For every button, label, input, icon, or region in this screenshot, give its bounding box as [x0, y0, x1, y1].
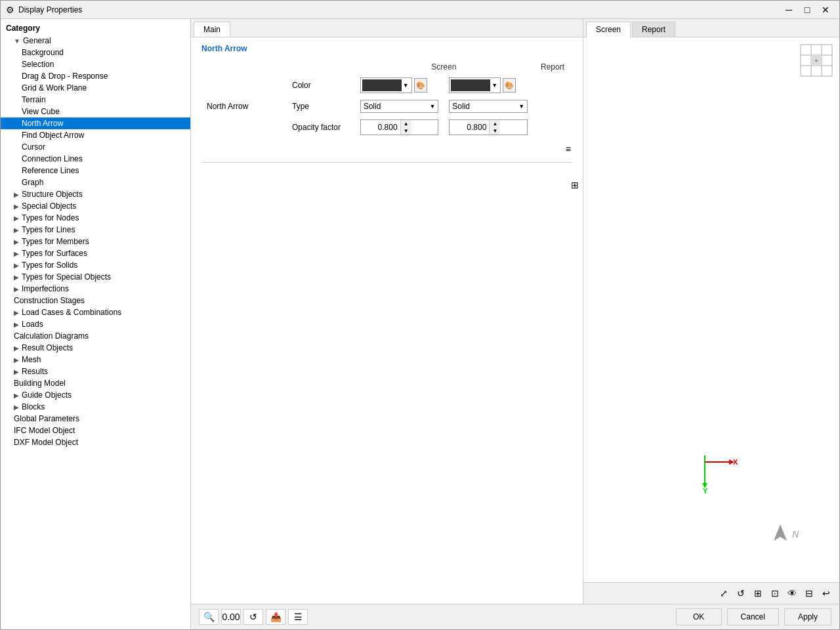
report-opacity-cell: ▲ ▼: [444, 116, 533, 138]
sidebar-item-selection[interactable]: Selection: [1, 58, 190, 70]
sidebar-item-types-nodes[interactable]: ▶ Types for Nodes: [1, 212, 190, 224]
bottom-left-icons: 🔍 0.00 ↺ 📤 ☰: [199, 609, 308, 625]
main-inner: North Arrow Screen Report: [191, 37, 583, 176]
sidebar-item-types-surfaces[interactable]: ▶ Types for Surfaces: [1, 247, 190, 259]
list-button[interactable]: ☰: [288, 609, 308, 625]
sidebar-item-find-object[interactable]: Find Object Arrow: [1, 129, 190, 141]
svg-marker-13: [774, 524, 787, 541]
report-opacity-up-button[interactable]: ▲: [490, 120, 500, 127]
expand-arrow-types-members: ▶: [14, 238, 19, 245]
sidebar-item-types-lines[interactable]: ▶ Types for Lines: [1, 224, 190, 236]
sidebar-item-connection-lines[interactable]: Connection Lines: [1, 153, 190, 165]
report-color-swatch-container[interactable]: ▼: [449, 77, 501, 93]
tool-btn-4[interactable]: ⊡: [767, 585, 783, 601]
zero-button[interactable]: 0.00: [221, 609, 241, 625]
expand-arrow-general: ▼: [14, 37, 20, 45]
export-button[interactable]: 📤: [266, 609, 285, 625]
sidebar-item-special-objects[interactable]: ▶ Special Objects: [1, 200, 190, 212]
screen-header: Screen: [355, 60, 533, 74]
report-color-dropdown-arrow: ▼: [490, 82, 499, 89]
sidebar-item-terrain[interactable]: Terrain: [1, 94, 190, 106]
search-button[interactable]: 🔍: [199, 609, 219, 625]
minimize-button[interactable]: ─: [780, 3, 797, 16]
sidebar-item-drag-drop[interactable]: Drag & Drop - Response: [1, 70, 190, 82]
expand-arrow-types-special: ▶: [14, 274, 19, 281]
sidebar-item-background[interactable]: Background: [1, 47, 190, 58]
screen-type-dropdown[interactable]: Solid ▼: [360, 100, 439, 113]
report-color-swatch: [451, 79, 490, 91]
grid-svg: +: [800, 44, 833, 77]
sidebar-item-calculation-diagrams[interactable]: Calculation Diagrams: [1, 330, 190, 342]
tool-btn-6[interactable]: ⊟: [801, 585, 817, 601]
report-opacity-input[interactable]: [450, 121, 489, 133]
sidebar-item-mesh[interactable]: ▶ Mesh: [1, 354, 190, 366]
sidebar-item-structure-objects[interactable]: ▶ Structure Objects: [1, 188, 190, 200]
close-button[interactable]: ✕: [817, 3, 834, 16]
tool-btn-7[interactable]: ↩: [818, 585, 834, 601]
screen-palette-button[interactable]: 🎨: [414, 78, 427, 93]
report-type-arrow: ▼: [518, 103, 524, 110]
report-opacity-spinner-buttons: ▲ ▼: [489, 120, 500, 135]
expand-arrow-guide-objects: ▶: [14, 392, 19, 399]
sidebar-item-dxf-model[interactable]: DXF Model Object: [1, 436, 190, 448]
axis-svg: X Y: [685, 442, 738, 495]
tab-screen[interactable]: Screen: [586, 22, 631, 37]
expand-arrow-special: ▶: [14, 203, 19, 210]
tool-btn-5[interactable]: 👁: [784, 585, 800, 601]
sidebar-item-cursor[interactable]: Cursor: [1, 141, 190, 153]
sidebar-item-imperfections[interactable]: ▶ Imperfections: [1, 283, 190, 295]
sidebar-item-ifc-model[interactable]: IFC Model Object: [1, 425, 190, 436]
sidebar-item-general[interactable]: ▼ General: [1, 35, 190, 47]
refresh-button[interactable]: ↺: [243, 609, 263, 625]
screen-opacity-down-button[interactable]: ▼: [401, 127, 411, 135]
screen-opacity-spinner[interactable]: ▲ ▼: [360, 119, 439, 135]
copy-to-report-button[interactable]: ≡: [564, 142, 572, 156]
sidebar-item-types-special[interactable]: ▶ Types for Special Objects: [1, 271, 190, 283]
screen-opacity-input[interactable]: [361, 121, 400, 133]
sidebar-item-loads[interactable]: ▶ Loads: [1, 318, 190, 330]
sidebar-item-grid-workplane[interactable]: Grid & Work Plane: [1, 82, 190, 94]
screen-color-swatch: [362, 79, 402, 91]
sidebar-item-building-model[interactable]: Building Model: [1, 377, 190, 389]
axis-indicator: X Y: [685, 442, 738, 497]
sidebar-item-results[interactable]: ▶ Results: [1, 366, 190, 377]
tab-report[interactable]: Report: [632, 22, 675, 37]
sidebar-item-guide-objects[interactable]: ▶ Guide Objects: [1, 389, 190, 401]
sidebar-item-reference-lines[interactable]: Reference Lines: [1, 165, 190, 177]
section-title: North Arrow: [201, 44, 572, 53]
title-bar-left: ⚙ Display Properties: [6, 5, 82, 15]
tool-btn-2[interactable]: ↺: [733, 585, 749, 601]
divider: [201, 162, 572, 163]
panel-copy-button[interactable]: ⊞: [570, 178, 580, 192]
sidebar-item-types-solids[interactable]: ▶ Types for Solids: [1, 259, 190, 271]
screen-type-cell: Solid ▼: [355, 96, 444, 116]
category-header: Category: [1, 22, 190, 35]
sidebar-item-types-members[interactable]: ▶ Types for Members: [1, 236, 190, 247]
screen-color-swatch-container[interactable]: ▼: [360, 77, 412, 93]
ok-button[interactable]: OK: [676, 608, 722, 625]
sidebar-item-construction-stages[interactable]: Construction Stages: [1, 295, 190, 306]
sidebar-item-view-cube[interactable]: View Cube: [1, 106, 190, 117]
screen-opacity-up-button[interactable]: ▲: [401, 120, 411, 127]
main-tab[interactable]: Main: [194, 22, 230, 37]
properties-table: Screen Report North Arrow Color: [201, 60, 572, 138]
report-opacity-down-button[interactable]: ▼: [490, 127, 500, 135]
sidebar-item-global-parameters[interactable]: Global Parameters: [1, 413, 190, 425]
report-opacity-spinner[interactable]: ▲ ▼: [449, 119, 528, 135]
screen-color-control: ▼ 🎨: [360, 77, 439, 93]
preview-canvas: +: [583, 37, 839, 582]
apply-button[interactable]: Apply: [784, 608, 831, 625]
sidebar-item-blocks[interactable]: ▶ Blocks: [1, 401, 190, 413]
sidebar-item-load-cases[interactable]: ▶ Load Cases & Combinations: [1, 306, 190, 318]
sidebar-item-north-arrow[interactable]: North Arrow: [1, 117, 190, 129]
sidebar-item-result-objects[interactable]: ▶ Result Objects: [1, 342, 190, 354]
sidebar-item-graph[interactable]: Graph: [1, 177, 190, 188]
report-color-cell: ▼ 🎨: [444, 74, 533, 96]
tool-btn-1[interactable]: ⤢: [716, 585, 732, 601]
report-palette-button[interactable]: 🎨: [503, 78, 516, 93]
tool-btn-3[interactable]: ⊞: [750, 585, 766, 601]
expand-arrow-types-solids: ▶: [14, 262, 19, 269]
maximize-button[interactable]: □: [799, 3, 816, 16]
cancel-button[interactable]: Cancel: [727, 608, 779, 625]
report-type-dropdown[interactable]: Solid ▼: [449, 100, 528, 113]
